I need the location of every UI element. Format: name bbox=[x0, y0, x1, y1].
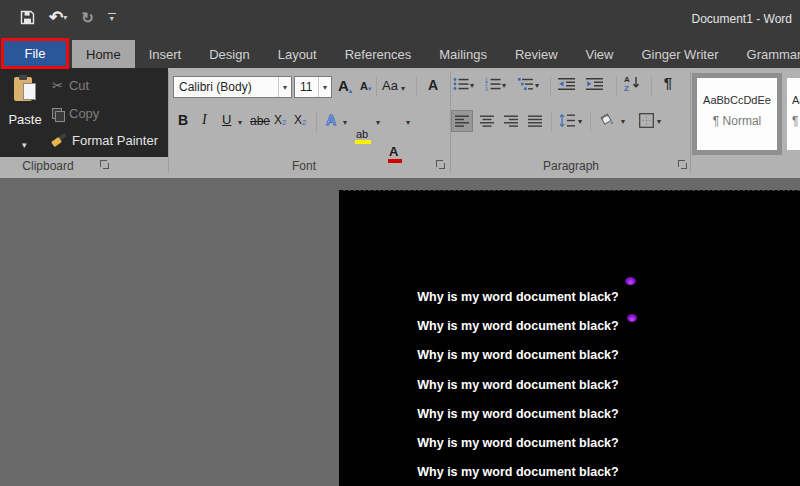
line-spacing-button[interactable] bbox=[558, 111, 576, 129]
ink-annotation-dot bbox=[627, 314, 637, 322]
window-title: Document1 - Word bbox=[692, 12, 792, 26]
decrease-indent-button[interactable] bbox=[557, 75, 575, 93]
chevron-down-icon[interactable]: ▾ bbox=[318, 77, 331, 97]
tab-design[interactable]: Design bbox=[195, 40, 263, 68]
change-case-button[interactable]: Aa bbox=[382, 78, 398, 93]
strikethrough-button[interactable]: abe bbox=[250, 114, 270, 128]
chevron-down-icon[interactable]: ▾ bbox=[238, 118, 242, 127]
document-workspace[interactable]: Why is my word document black?Why is my … bbox=[0, 178, 800, 486]
paragraph-dialog-launcher[interactable] bbox=[678, 160, 688, 170]
cut-button[interactable]: ✂ Cut bbox=[52, 78, 89, 93]
document-line: Why is my word document black? bbox=[400, 319, 636, 348]
bold-button[interactable]: B bbox=[178, 112, 188, 128]
style-second-name: ¶ N bbox=[792, 114, 800, 128]
chevron-down-icon[interactable]: ▾ bbox=[578, 117, 582, 126]
increase-indent-button[interactable] bbox=[585, 75, 603, 93]
style-no-spacing[interactable]: Aa ¶ N bbox=[787, 78, 800, 150]
quick-access-toolbar: ↶ ▾ ↻ ▾ bbox=[20, 9, 116, 26]
chevron-down-icon[interactable]: ▾ bbox=[621, 117, 625, 126]
shrink-font-button[interactable]: A▾ bbox=[360, 80, 371, 92]
customize-quick-access-button[interactable]: ▾ bbox=[108, 13, 116, 23]
tab-file[interactable]: File bbox=[1, 38, 69, 69]
chevron-down-icon[interactable]: ▾ bbox=[535, 81, 539, 90]
ink-annotation-dot bbox=[625, 277, 636, 285]
shading-button[interactable] bbox=[598, 111, 616, 129]
numbering-button[interactable]: 123 bbox=[484, 75, 502, 93]
align-center-button[interactable] bbox=[478, 112, 496, 130]
copy-icon bbox=[52, 108, 63, 120]
subscript-button[interactable]: X2 bbox=[274, 113, 286, 127]
format-painter-label: Format Painter bbox=[72, 133, 158, 148]
align-right-button[interactable] bbox=[502, 112, 520, 130]
font-dialog-launcher[interactable] bbox=[436, 160, 446, 170]
redo-button[interactable]: ↻ bbox=[81, 10, 94, 25]
superscript-button[interactable]: X2 bbox=[294, 113, 306, 127]
grow-font-button[interactable]: A▴ bbox=[338, 77, 352, 94]
chevron-down-icon[interactable]: ▾ bbox=[657, 117, 661, 126]
paste-button[interactable] bbox=[14, 75, 38, 105]
italic-button[interactable]: I bbox=[202, 112, 207, 128]
ribbon-home: Paste ▾ ✂ Cut Copy Format Painter Clipbo… bbox=[0, 68, 800, 178]
shrink-font-icon: A bbox=[360, 80, 368, 92]
text-effects-icon: A bbox=[326, 112, 336, 128]
font-name-value: Calibri (Body) bbox=[174, 80, 278, 94]
format-painter-button[interactable]: Format Painter bbox=[52, 133, 158, 148]
copy-button[interactable]: Copy bbox=[52, 106, 99, 121]
tab-mailings[interactable]: Mailings bbox=[425, 40, 501, 68]
tab-layout[interactable]: Layout bbox=[264, 40, 331, 68]
paste-dropdown-icon[interactable]: ▾ bbox=[22, 140, 27, 150]
font-name-combobox[interactable]: Calibri (Body) ▾ bbox=[173, 76, 292, 98]
style-normal[interactable]: AaBbCcDdEe ¶ Normal bbox=[697, 78, 777, 150]
ribbon-tab-row: File HomeInsertDesignLayoutReferencesMai… bbox=[0, 40, 800, 68]
numbering-icon: 123 bbox=[485, 77, 501, 91]
chevron-down-icon[interactable]: ▾ bbox=[502, 81, 506, 90]
title-bar: ↶ ▾ ↻ ▾ Document1 - Word bbox=[0, 0, 800, 40]
tab-view[interactable]: View bbox=[572, 40, 628, 68]
increase-indent-icon bbox=[586, 77, 603, 91]
group-separator bbox=[168, 71, 169, 173]
undo-button[interactable]: ↶ ▾ bbox=[49, 9, 67, 26]
decrease-indent-icon bbox=[558, 77, 575, 91]
page-margin-dashes bbox=[343, 190, 800, 191]
chevron-down-icon[interactable]: ▾ bbox=[470, 81, 474, 90]
sort-button[interactable]: AZ bbox=[624, 74, 642, 92]
tab-references[interactable]: References bbox=[331, 40, 425, 68]
document-page[interactable]: Why is my word document black?Why is my … bbox=[339, 190, 800, 486]
paste-label[interactable]: Paste bbox=[2, 112, 48, 127]
chevron-down-icon[interactable]: ▾ bbox=[343, 118, 347, 127]
chevron-down-icon[interactable]: ▾ bbox=[278, 77, 291, 97]
sort-icon: AZ bbox=[624, 75, 642, 91]
tab-home[interactable]: Home bbox=[72, 40, 135, 68]
svg-text:A: A bbox=[624, 75, 630, 84]
text-effects-button[interactable]: A bbox=[326, 112, 336, 128]
highlight-color-bar bbox=[355, 140, 371, 144]
align-left-button[interactable] bbox=[453, 112, 471, 130]
underline-button[interactable]: U bbox=[222, 112, 231, 127]
style-normal-name: ¶ Normal bbox=[697, 114, 777, 128]
undo-dropdown-icon[interactable]: ▾ bbox=[63, 14, 67, 22]
tab-ginger-writer[interactable]: Ginger Writer bbox=[627, 40, 732, 68]
borders-button[interactable] bbox=[637, 111, 655, 129]
document-line: Why is my word document black? bbox=[400, 290, 636, 319]
multilevel-list-button[interactable] bbox=[517, 75, 535, 93]
bullets-button[interactable] bbox=[452, 75, 470, 93]
chevron-down-icon[interactable]: ▾ bbox=[376, 118, 380, 127]
font-group-label: Font bbox=[173, 159, 435, 173]
chevron-down-icon[interactable]: ▾ bbox=[401, 84, 405, 93]
underline-icon: U bbox=[222, 112, 231, 127]
font-size-combobox[interactable]: 11 ▾ bbox=[294, 76, 332, 98]
font-color-icon: A bbox=[389, 144, 398, 159]
italic-icon: I bbox=[202, 112, 207, 128]
svg-text:3: 3 bbox=[485, 86, 488, 91]
save-icon[interactable] bbox=[20, 10, 35, 25]
tab-review[interactable]: Review bbox=[501, 40, 572, 68]
group-separator bbox=[690, 71, 691, 173]
tab-grammarly[interactable]: Grammarly bbox=[733, 40, 800, 68]
chevron-down-icon[interactable]: ▾ bbox=[406, 118, 410, 127]
align-center-icon bbox=[480, 115, 494, 128]
tab-insert[interactable]: Insert bbox=[135, 40, 196, 68]
justify-button[interactable] bbox=[526, 112, 544, 130]
clipboard-dialog-launcher[interactable] bbox=[100, 160, 110, 170]
document-text[interactable]: Why is my word document black?Why is my … bbox=[400, 290, 636, 486]
show-hide-marks-button[interactable]: ¶ bbox=[659, 73, 677, 91]
